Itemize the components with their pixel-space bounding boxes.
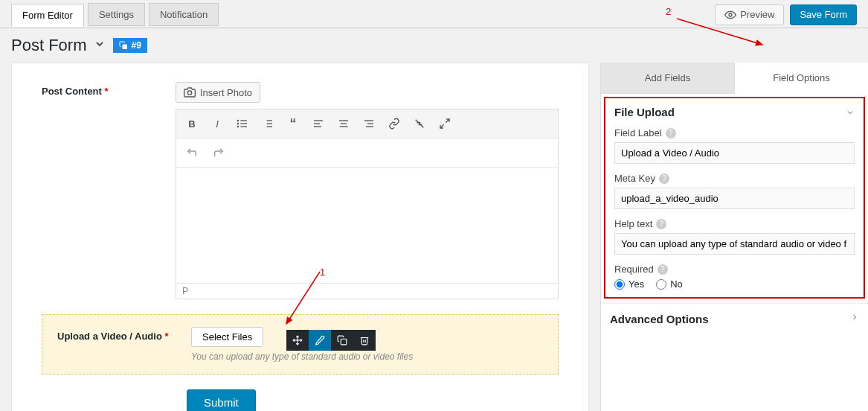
- copy-icon: [119, 41, 128, 50]
- input-field-label[interactable]: [614, 142, 855, 164]
- title-row: Post Form #9: [0, 28, 868, 63]
- required-star: *: [164, 331, 168, 342]
- field-options-panel: File Upload Field Label ? Meta Key ? Hel…: [604, 97, 865, 299]
- submit-row: Submit: [187, 389, 559, 411]
- svg-point-8: [237, 126, 238, 127]
- top-actions: Preview Save Form: [715, 4, 857, 25]
- field-upload[interactable]: Upload a Video / Audio * Select Files Yo…: [42, 314, 559, 375]
- tab-form-editor[interactable]: Form Editor: [11, 4, 84, 27]
- svg-line-21: [416, 120, 424, 128]
- required-radio-group: Yes No: [614, 278, 855, 290]
- radio-yes-label: Yes: [629, 278, 644, 290]
- radio-required-no[interactable]: No: [656, 278, 683, 290]
- italic-icon[interactable]: I: [206, 112, 228, 135]
- bullet-list-icon[interactable]: [231, 112, 254, 135]
- rich-editor: B I “: [176, 109, 559, 299]
- svg-point-7: [237, 123, 238, 124]
- insert-photo-button[interactable]: Insert Photo: [176, 82, 260, 103]
- numbered-list-icon[interactable]: [257, 112, 279, 135]
- link-icon[interactable]: [383, 112, 405, 135]
- radio-yes-input[interactable]: [614, 279, 625, 290]
- annotation-number-1: 1: [320, 267, 325, 278]
- delete-icon[interactable]: [353, 330, 376, 351]
- label-required: Required ?: [614, 264, 855, 275]
- edit-icon[interactable]: [309, 330, 331, 351]
- submit-button[interactable]: Submit: [187, 389, 256, 411]
- unlink-icon[interactable]: [408, 112, 431, 135]
- main-area: Post Content * Insert Photo B I “: [0, 63, 868, 411]
- quote-icon[interactable]: “: [282, 112, 304, 135]
- svg-line-22: [446, 119, 449, 123]
- upload-help-text: You can upload any type of standard audi…: [191, 351, 543, 362]
- align-center-icon[interactable]: [332, 112, 355, 135]
- label-help-text: Help text ?: [614, 218, 855, 229]
- field-hover-toolbar: [286, 330, 376, 351]
- undo-icon[interactable]: [181, 141, 203, 164]
- help-icon[interactable]: ?: [666, 128, 676, 138]
- svg-point-6: [237, 120, 238, 121]
- align-right-icon[interactable]: [358, 112, 380, 135]
- svg-point-2: [187, 91, 191, 95]
- field-post-content: Post Content * Insert Photo B I “: [42, 82, 559, 299]
- radio-no-label: No: [670, 278, 683, 290]
- label-meta-key: Meta Key ?: [614, 173, 855, 184]
- duplicate-icon[interactable]: [331, 330, 353, 351]
- canvas-column: Post Content * Insert Photo B I “: [0, 63, 600, 411]
- svg-point-0: [729, 13, 732, 16]
- tab-notification[interactable]: Notification: [149, 3, 219, 26]
- tab-add-fields[interactable]: Add Fields: [601, 63, 734, 94]
- svg-line-23: [440, 124, 444, 128]
- camera-icon: [184, 86, 196, 98]
- side-panel: Add Fields Field Options File Upload Fie…: [600, 63, 868, 411]
- form-id-text: #9: [131, 40, 141, 51]
- select-files-button[interactable]: Select Files: [191, 327, 263, 347]
- help-icon[interactable]: ?: [659, 173, 669, 184]
- editor-content-area[interactable]: [176, 168, 558, 283]
- svg-rect-1: [123, 45, 128, 50]
- chevron-down-icon[interactable]: [94, 38, 106, 53]
- help-icon[interactable]: ?: [658, 264, 668, 275]
- chevron-down-icon: [846, 108, 855, 117]
- post-content-body: Insert Photo B I “: [176, 82, 559, 299]
- editor-status-bar: P: [176, 283, 558, 299]
- upload-label: Upload a Video / Audio *: [57, 327, 191, 362]
- save-form-button[interactable]: Save Form: [790, 4, 857, 25]
- label-field-label: Field Label ?: [614, 127, 855, 138]
- svg-rect-26: [341, 339, 347, 345]
- form-title: Post Form: [11, 36, 86, 55]
- annotation-number-2: 2: [666, 6, 671, 17]
- input-help-text[interactable]: [614, 233, 855, 255]
- insert-photo-label: Insert Photo: [200, 87, 252, 98]
- move-icon[interactable]: [286, 330, 309, 351]
- input-meta-key[interactable]: [614, 188, 855, 209]
- align-left-icon[interactable]: [307, 112, 329, 135]
- radio-no-input[interactable]: [656, 279, 666, 290]
- fullscreen-icon[interactable]: [434, 112, 456, 135]
- primary-tabs: Form Editor Settings Notification: [11, 3, 219, 26]
- post-content-label: Post Content *: [42, 82, 176, 299]
- top-bar: Form Editor Settings Notification Previe…: [0, 0, 868, 28]
- advanced-options-header[interactable]: Advanced Options: [601, 303, 868, 334]
- redo-icon[interactable]: [208, 141, 230, 164]
- advanced-options-text: Advanced Options: [610, 313, 709, 325]
- bold-icon[interactable]: B: [181, 112, 203, 135]
- required-star: *: [105, 86, 109, 97]
- tab-settings[interactable]: Settings: [88, 3, 145, 26]
- editor-toolbar-row2: [176, 138, 558, 168]
- tab-field-options[interactable]: Field Options: [734, 63, 868, 94]
- preview-button[interactable]: Preview: [715, 4, 784, 25]
- side-tabs: Add Fields Field Options: [601, 63, 868, 94]
- editor-toolbar: B I “: [176, 109, 558, 138]
- chevron-right-icon: [850, 313, 859, 322]
- panel-header-file-upload[interactable]: File Upload: [614, 106, 855, 118]
- radio-required-yes[interactable]: Yes: [614, 278, 644, 290]
- form-canvas: Post Content * Insert Photo B I “: [11, 63, 589, 411]
- preview-label: Preview: [740, 9, 774, 20]
- eye-icon: [724, 9, 736, 21]
- form-id-badge[interactable]: #9: [113, 38, 147, 53]
- panel-header-text: File Upload: [614, 106, 675, 118]
- help-icon[interactable]: ?: [656, 219, 666, 229]
